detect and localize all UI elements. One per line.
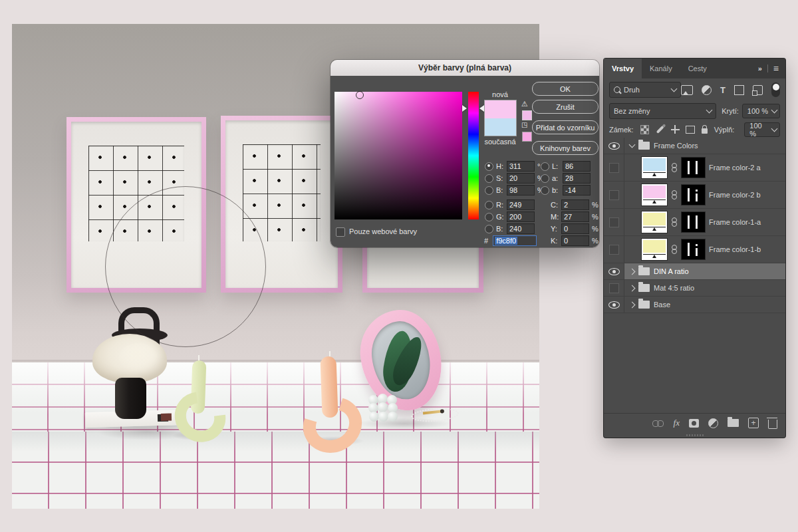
gamut-warning-icon[interactable]: ⚠	[521, 100, 528, 108]
new-adjustment-layer-icon[interactable]	[708, 418, 718, 428]
visibility-toggle[interactable]	[604, 138, 624, 154]
layer-mask-thumbnail[interactable]	[682, 158, 705, 178]
web-colors-checkbox[interactable]	[336, 227, 345, 237]
g-input[interactable]	[507, 211, 535, 222]
collapsed-chevron-icon[interactable]	[629, 301, 636, 308]
panel-menu-icon[interactable]: ≡	[773, 63, 779, 74]
visibility-toggle[interactable]	[604, 236, 624, 263]
mask-link-icon[interactable]	[672, 190, 677, 200]
rgb-b-input[interactable]	[507, 223, 535, 234]
fill-layer-thumbnail[interactable]	[642, 239, 667, 260]
lock-all-icon[interactable]	[702, 128, 708, 134]
chevron-down-icon	[671, 86, 678, 92]
h-input[interactable]	[507, 161, 535, 172]
filter-shape-layers-icon[interactable]	[734, 85, 744, 95]
layer-row-frame-colors[interactable]: Frame Colors	[604, 138, 785, 154]
layer-mask-thumbnail[interactable]	[682, 239, 705, 259]
layer-row-base[interactable]: Base	[604, 297, 785, 313]
y-input[interactable]	[561, 223, 589, 234]
collapsed-chevron-icon[interactable]	[629, 285, 636, 291]
filter-adjustment-layers-icon[interactable]	[702, 85, 712, 95]
web-cube-icon[interactable]: ◳	[521, 121, 527, 128]
add-to-swatches-button[interactable]: Přidat do vzorníku	[532, 120, 598, 134]
new-group-icon[interactable]	[728, 419, 739, 427]
hue-slider[interactable]	[468, 92, 479, 219]
collapsed-chevron-icon[interactable]	[629, 268, 636, 275]
s-radio[interactable]	[485, 174, 493, 183]
visibility-toggle[interactable]	[604, 182, 624, 208]
layer-row-frame-color-1a[interactable]: Frame color-1-a	[604, 209, 785, 236]
layer-row-din-a-ratio[interactable]: DIN A ratio	[604, 263, 785, 280]
s-input[interactable]	[507, 173, 535, 184]
tab-paths[interactable]: Cesty	[680, 59, 715, 78]
dialog-titlebar[interactable]: Výběr barvy (plná barva)	[331, 60, 599, 76]
collapse-panel-icon[interactable]: »	[758, 65, 762, 72]
b2-radio[interactable]	[485, 225, 493, 233]
visibility-toggle[interactable]	[604, 263, 624, 279]
color-field-marker[interactable]	[356, 91, 364, 99]
hue-slider-arrow-right[interactable]	[479, 105, 484, 112]
mask-link-icon[interactable]	[672, 245, 677, 255]
lock-position-icon[interactable]	[671, 125, 679, 134]
layer-mask-thumbnail[interactable]	[682, 212, 705, 232]
g-radio[interactable]	[485, 213, 493, 221]
layer-row-mat-45-ratio[interactable]: Mat 4:5 ratio	[604, 280, 785, 297]
filter-type-layers-icon[interactable]: T	[720, 85, 726, 95]
layer-row-frame-color-1b[interactable]: Frame color-1-b	[604, 236, 785, 263]
expand-chevron-icon[interactable]	[629, 142, 636, 148]
layer-row-frame-color-2b[interactable]: Frame color-2 b	[604, 182, 785, 209]
filter-smart-objects-icon[interactable]	[753, 85, 763, 95]
filter-toggle-switch[interactable]	[771, 82, 780, 97]
new-layer-icon[interactable]: +	[748, 418, 759, 428]
fill-input[interactable]: 100 %	[744, 122, 780, 137]
b-input[interactable]	[507, 185, 535, 196]
delete-layer-icon[interactable]	[768, 420, 777, 429]
filter-kind-select[interactable]: Druh	[609, 82, 681, 98]
layer-effects-icon[interactable]: fx	[674, 418, 680, 428]
layer-mask-thumbnail[interactable]	[682, 185, 705, 205]
h-radio[interactable]	[485, 162, 493, 171]
hex-input[interactable]: f9c8f0	[493, 235, 537, 246]
gamut-swatch[interactable]	[522, 110, 532, 120]
lock-paint-icon[interactable]	[656, 126, 664, 134]
fill-layer-thumbnail[interactable]	[642, 184, 667, 205]
peach-twist-candle	[303, 351, 359, 430]
visibility-toggle[interactable]	[604, 297, 624, 313]
l-input[interactable]	[563, 161, 591, 172]
m-input[interactable]	[561, 211, 589, 222]
lock-transparency-icon[interactable]	[640, 125, 649, 134]
r-input[interactable]	[507, 200, 535, 210]
tab-channels[interactable]: Kanály	[642, 59, 680, 78]
mask-link-icon[interactable]	[672, 163, 677, 173]
panel-resize-grip[interactable]	[686, 434, 704, 436]
a-radio[interactable]	[541, 174, 549, 183]
lock-artboard-icon[interactable]	[686, 126, 695, 134]
lab-b-input[interactable]	[563, 185, 591, 196]
link-layers-icon[interactable]	[652, 420, 664, 426]
opacity-input[interactable]: 100 %	[742, 104, 780, 118]
filter-pixel-layers-icon[interactable]	[681, 85, 693, 95]
color-libraries-button[interactable]: Knihovny barev	[532, 141, 598, 155]
cancel-button[interactable]: Zrušit	[532, 100, 598, 114]
b-radio[interactable]	[485, 186, 493, 195]
fill-layer-thumbnail[interactable]	[642, 211, 667, 233]
layer-row-frame-color-2a[interactable]: Frame color-2 a	[604, 154, 785, 182]
web-safe-swatch[interactable]	[522, 132, 532, 142]
visibility-toggle[interactable]	[604, 154, 624, 181]
ok-button[interactable]: OK	[532, 82, 598, 96]
blend-mode-select[interactable]: Bez změny	[609, 103, 716, 119]
c-input[interactable]	[561, 200, 589, 210]
a-input[interactable]	[563, 173, 591, 184]
lab-b-radio[interactable]	[541, 186, 549, 195]
fill-layer-thumbnail[interactable]	[642, 157, 667, 178]
add-mask-icon[interactable]	[689, 419, 699, 428]
hue-slider-arrow-left[interactable]	[462, 105, 467, 112]
visibility-toggle[interactable]	[604, 280, 624, 296]
visibility-toggle[interactable]	[604, 209, 624, 235]
tab-layers[interactable]: Vrstvy	[604, 59, 642, 78]
k-input[interactable]	[561, 235, 589, 246]
r-radio[interactable]	[485, 201, 493, 209]
l-radio[interactable]	[541, 162, 549, 171]
mask-link-icon[interactable]	[672, 217, 677, 227]
saturation-brightness-field[interactable]	[334, 92, 462, 219]
